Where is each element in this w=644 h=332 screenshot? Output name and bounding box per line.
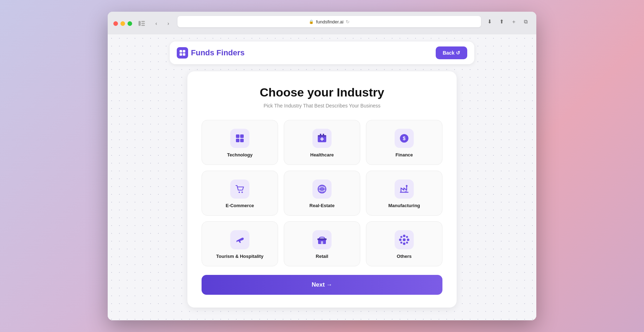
svg-rect-29 (321, 241, 323, 244)
svg-rect-11 (240, 139, 244, 142)
svg-rect-5 (183, 50, 185, 52)
ecommerce-label: E-Commerce (226, 203, 254, 209)
svg-rect-2 (141, 23, 145, 24)
real-estate-icon-wrapper (312, 179, 332, 199)
svg-rect-4 (180, 50, 182, 52)
svg-point-30 (403, 238, 406, 241)
fullscreen-traffic-light[interactable] (128, 21, 132, 26)
svg-rect-1 (141, 21, 145, 22)
others-label: Others (397, 254, 412, 260)
healthcare-label: Healthcare (310, 152, 334, 158)
svg-point-33 (399, 238, 402, 241)
page-content: Funds Finders Back ↺ Choose your Industr… (108, 34, 536, 320)
svg-point-38 (406, 242, 408, 244)
page-title: Choose your Industry (202, 85, 442, 99)
svg-rect-10 (236, 139, 239, 142)
industry-card-finance[interactable]: $ Finance (366, 120, 442, 165)
industry-card-healthcare[interactable]: Healthcare (284, 120, 360, 165)
industry-card-real-estate[interactable]: Real-Estate (284, 171, 360, 216)
svg-point-31 (403, 234, 406, 237)
svg-point-19 (242, 192, 243, 193)
reload-icon[interactable]: ↻ (346, 19, 350, 24)
svg-rect-9 (240, 134, 244, 138)
browser-window: ‹ › 🔒 fundsfinder.ai ↻ ⬇ ⬆ ＋ ⧉ (108, 12, 536, 320)
manufacturing-icon-wrapper (395, 179, 414, 199)
lock-icon: 🔒 (309, 20, 314, 24)
share-icon[interactable]: ⬆ (497, 17, 507, 27)
address-bar[interactable]: 🔒 fundsfinder.ai ↻ (177, 16, 481, 27)
sidebar-toggle-button[interactable] (136, 20, 147, 27)
svg-rect-3 (141, 25, 145, 26)
svg-rect-15 (323, 134, 324, 136)
next-button[interactable]: Next → (202, 275, 442, 295)
browser-chrome: ‹ › 🔒 fundsfinder.ai ↻ ⬇ ⬆ ＋ ⧉ (108, 12, 536, 34)
real-estate-label: Real-Estate (310, 203, 335, 209)
industry-card-others[interactable]: Others (366, 221, 442, 266)
svg-rect-13 (318, 135, 326, 137)
finance-icon-wrapper: $ (395, 129, 414, 148)
svg-point-32 (403, 242, 406, 245)
industry-card-tourism[interactable]: Tourism & Hospitality (202, 221, 278, 266)
svg-rect-14 (320, 134, 321, 136)
svg-point-35 (400, 236, 402, 238)
svg-rect-0 (139, 21, 141, 26)
svg-rect-7 (183, 53, 185, 56)
back-button-label: Back ↺ (443, 50, 460, 56)
tourism-icon-wrapper (230, 230, 249, 249)
next-button-label: Next → (312, 281, 333, 288)
industry-card-manufacturing[interactable]: Manufacturing (366, 171, 442, 216)
back-nav-button[interactable]: ‹ (151, 18, 161, 28)
industry-card-ecommerce[interactable]: E-Commerce (202, 171, 278, 216)
logo-icon (177, 47, 188, 59)
svg-point-25 (406, 185, 408, 187)
top-nav-bar: Funds Finders Back ↺ (170, 42, 474, 64)
retail-label: Retail (316, 254, 328, 260)
close-traffic-light[interactable] (113, 21, 118, 26)
healthcare-icon-wrapper (312, 129, 332, 148)
back-button[interactable]: Back ↺ (436, 46, 467, 59)
logo: Funds Finders (177, 47, 245, 59)
browser-right-controls: ⬇ ⬆ ＋ ⧉ (485, 17, 531, 27)
svg-rect-28 (317, 238, 327, 240)
svg-rect-8 (236, 134, 239, 138)
url-text: fundsfinder.ai (316, 19, 343, 24)
svg-point-34 (407, 238, 409, 241)
minimize-traffic-light[interactable] (120, 21, 125, 26)
industry-grid: Technology Healthcare (202, 120, 442, 266)
retail-icon-wrapper (312, 230, 332, 249)
logo-text: Funds Finders (191, 48, 245, 57)
svg-point-37 (400, 242, 402, 244)
main-card: Choose your Industry Pick The Industry T… (187, 71, 457, 308)
traffic-lights (113, 21, 132, 26)
duplicate-icon[interactable]: ⧉ (521, 17, 531, 27)
technology-icon-wrapper (230, 129, 249, 148)
svg-point-18 (239, 192, 240, 193)
manufacturing-label: Manufacturing (388, 203, 420, 209)
finance-label: Finance (395, 152, 413, 158)
page-subtitle: Pick The Industry That Best Describes Yo… (202, 103, 442, 109)
tourism-label: Tourism & Hospitality (216, 254, 263, 260)
others-icon-wrapper (395, 230, 414, 249)
forward-nav-button[interactable]: › (163, 18, 173, 28)
svg-rect-6 (180, 53, 182, 56)
download-icon[interactable]: ⬇ (485, 17, 495, 27)
ecommerce-icon-wrapper (230, 179, 249, 199)
industry-card-technology[interactable]: Technology (202, 120, 278, 165)
svg-point-36 (406, 236, 408, 238)
svg-text:$: $ (403, 135, 406, 141)
new-tab-icon[interactable]: ＋ (509, 17, 519, 27)
industry-card-retail[interactable]: Retail (284, 221, 360, 266)
browser-nav-controls: ‹ › (151, 18, 173, 28)
technology-label: Technology (227, 152, 253, 158)
